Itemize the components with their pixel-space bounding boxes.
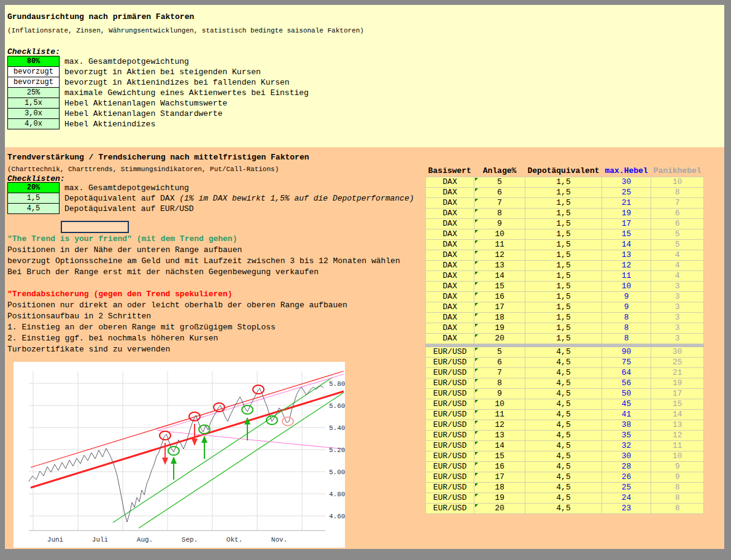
cell-hebel[interactable]: 30	[602, 451, 651, 461]
cell-depot[interactable]: 4,5	[525, 461, 602, 472]
cell-hebel[interactable]: 25	[602, 187, 651, 198]
cell-basis[interactable]: EUR/USD	[426, 440, 474, 451]
cell-hebel[interactable]: 26	[602, 472, 651, 482]
cell-panik[interactable]: 9	[651, 461, 704, 472]
cell-hebel[interactable]: 41	[602, 409, 651, 420]
cell-depot[interactable]: 1,5	[525, 312, 602, 323]
cell-panik[interactable]: 4	[651, 250, 704, 260]
cell-anlage[interactable]: 18	[474, 482, 525, 493]
cell-hebel[interactable]: 10	[602, 281, 651, 291]
cell-anlage[interactable]: 19	[474, 493, 525, 503]
cell-panik[interactable]: 21	[651, 367, 704, 378]
cell-anlage[interactable]: 9	[474, 388, 525, 399]
cell-basis[interactable]: EUR/USD	[426, 472, 474, 482]
cell-basis[interactable]: DAX	[426, 239, 474, 250]
cell-anlage[interactable]: 10	[474, 229, 525, 239]
cell-depot[interactable]: 4,5	[525, 503, 602, 513]
cell-panik[interactable]: 3	[651, 323, 704, 333]
cell-panik[interactable]: 8	[651, 503, 704, 513]
cell-anlage[interactable]: 17	[474, 302, 525, 312]
cell-panik[interactable]: 10	[651, 451, 704, 461]
cell-depot[interactable]: 1,5	[525, 198, 602, 208]
cell-panik[interactable]: 13	[651, 420, 704, 430]
cell-panik[interactable]: 3	[651, 312, 704, 323]
cell-basis[interactable]: DAX	[426, 260, 474, 270]
cell-basis[interactable]: EUR/USD	[426, 503, 474, 513]
cell-anlage[interactable]: 8	[474, 378, 525, 388]
cell-panik[interactable]: 8	[651, 493, 704, 503]
cell-hebel[interactable]: 28	[602, 461, 651, 472]
cell-basis[interactable]: EUR/USD	[426, 388, 474, 399]
cell-depot[interactable]: 1,5	[525, 291, 602, 302]
cell-anlage[interactable]: 19	[474, 323, 525, 333]
cell-basis[interactable]: EUR/USD	[426, 378, 474, 388]
cell-anlage[interactable]: 15	[474, 451, 525, 461]
cell-anlage[interactable]: 5	[474, 347, 525, 357]
checklist-value-cell[interactable]: bevorzugt	[8, 77, 60, 88]
cell-panik[interactable]: 5	[651, 229, 704, 239]
cell-basis[interactable]: EUR/USD	[426, 399, 474, 409]
cell-hebel[interactable]: 32	[602, 440, 651, 451]
cell-panik[interactable]: 6	[651, 218, 704, 229]
cell-panik[interactable]: 30	[651, 347, 704, 357]
cell-basis[interactable]: EUR/USD	[426, 430, 474, 440]
cell-depot[interactable]: 1,5	[525, 302, 602, 312]
cell-depot[interactable]: 4,5	[525, 367, 602, 378]
cell-hebel[interactable]: 9	[602, 291, 651, 302]
cell-depot[interactable]: 4,5	[525, 347, 602, 357]
cell-basis[interactable]: DAX	[426, 323, 474, 333]
checklist-value-cell[interactable]: 4,0x	[8, 119, 60, 129]
cell-depot[interactable]: 1,5	[525, 250, 602, 260]
cell-depot[interactable]: 4,5	[525, 357, 602, 367]
cell-anlage[interactable]: 16	[474, 461, 525, 472]
cell-panik[interactable]: 15	[651, 399, 704, 409]
cell-depot[interactable]: 4,5	[525, 472, 602, 482]
cell-basis[interactable]: DAX	[426, 312, 474, 323]
cell-basis[interactable]: EUR/USD	[426, 367, 474, 378]
cell-depot[interactable]: 1,5	[525, 323, 602, 333]
cell-basis[interactable]: DAX	[426, 198, 474, 208]
cell-anlage[interactable]: 18	[474, 312, 525, 323]
cell-hebel[interactable]: 13	[602, 250, 651, 260]
cell-basis[interactable]: DAX	[426, 177, 474, 187]
cell-basis[interactable]: DAX	[426, 302, 474, 312]
cell-anlage[interactable]: 20	[474, 503, 525, 513]
selected-cell[interactable]	[61, 221, 129, 233]
cell-anlage[interactable]: 11	[474, 239, 525, 250]
cell-basis[interactable]: DAX	[426, 250, 474, 260]
cell-hebel[interactable]: 19	[602, 208, 651, 218]
cell-basis[interactable]: EUR/USD	[426, 347, 474, 357]
cell-basis[interactable]: EUR/USD	[426, 409, 474, 420]
checklist-value-cell[interactable]: 4,5	[8, 204, 60, 214]
cell-anlage[interactable]: 11	[474, 409, 525, 420]
cell-depot[interactable]: 1,5	[525, 177, 602, 187]
cell-hebel[interactable]: 50	[602, 388, 651, 399]
cell-anlage[interactable]: 15	[474, 281, 525, 291]
cell-basis[interactable]: DAX	[426, 333, 474, 343]
cell-hebel[interactable]: 8	[602, 312, 651, 323]
cell-anlage[interactable]: 14	[474, 440, 525, 451]
cell-anlage[interactable]: 6	[474, 187, 525, 198]
cell-hebel[interactable]: 30	[602, 177, 651, 187]
cell-anlage[interactable]: 16	[474, 291, 525, 302]
cell-hebel[interactable]: 23	[602, 503, 651, 513]
cell-anlage[interactable]: 13	[474, 260, 525, 270]
cell-hebel[interactable]: 45	[602, 399, 651, 409]
cell-hebel[interactable]: 14	[602, 239, 651, 250]
cell-hebel[interactable]: 90	[602, 347, 651, 357]
cell-depot[interactable]: 1,5	[525, 333, 602, 343]
cell-panik[interactable]: 14	[651, 409, 704, 420]
checklist-value-cell[interactable]: 20%	[8, 183, 60, 193]
cell-hebel[interactable]: 15	[602, 229, 651, 239]
cell-panik[interactable]: 5	[651, 239, 704, 250]
cell-basis[interactable]: DAX	[426, 281, 474, 291]
cell-anlage[interactable]: 14	[474, 270, 525, 281]
cell-panik[interactable]: 11	[651, 440, 704, 451]
cell-anlage[interactable]: 12	[474, 250, 525, 260]
checklist-value-cell[interactable]: 80%	[8, 56, 60, 67]
cell-basis[interactable]: EUR/USD	[426, 482, 474, 493]
cell-panik[interactable]: 3	[651, 302, 704, 312]
cell-depot[interactable]: 1,5	[525, 187, 602, 198]
cell-panik[interactable]: 25	[651, 357, 704, 367]
cell-panik[interactable]: 8	[651, 482, 704, 493]
